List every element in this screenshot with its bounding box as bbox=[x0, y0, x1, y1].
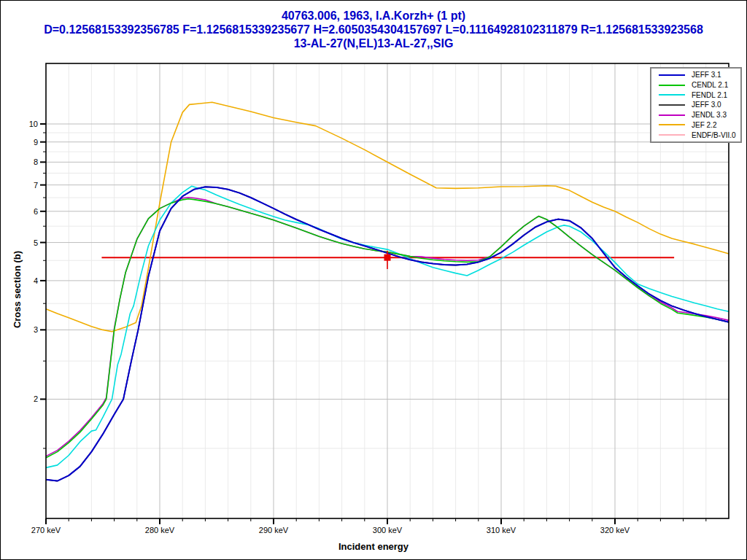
plot-window: 40763.006, 1963, I.A.Korzh+ (1 pt) D=0.1… bbox=[0, 0, 747, 560]
y-tick-labels: 2345678910 bbox=[29, 120, 38, 403]
y-tick-label: 5 bbox=[34, 238, 38, 247]
x-tick-label: 310 keV bbox=[487, 526, 516, 534]
x-tick-label: 280 keV bbox=[145, 526, 175, 534]
legend-label: JEF 2.2 bbox=[692, 121, 716, 129]
legend-item-jeff-3-1: JEFF 3.1 bbox=[651, 70, 740, 79]
y-tick-label: 2 bbox=[34, 394, 38, 403]
x-axis-title: Incident energy bbox=[1, 541, 746, 552]
legend-line-swatch bbox=[659, 94, 685, 96]
plot-canvas[interactable]: 270 keV280 keV290 keV300 keV310 keV320 k… bbox=[1, 1, 747, 560]
legend-label: FENDL 2.1 bbox=[692, 91, 727, 99]
y-tick-label: 7 bbox=[34, 181, 38, 190]
legend-item-fendl-2-1: FENDL 2.1 bbox=[651, 90, 740, 100]
legend: JEFF 3.1CENDL 2.1FENDL 2.1JEFF 3.0JENDL … bbox=[650, 67, 742, 143]
legend-label: ENDF/B-VII.0 bbox=[692, 131, 736, 139]
legend-item-jeff-3-0: JEFF 3.0 bbox=[651, 100, 740, 109]
x-tick-label: 270 keV bbox=[31, 526, 61, 534]
x-axis-ticks bbox=[46, 518, 706, 524]
y-axis-ticks bbox=[40, 124, 46, 448]
y-tick-label: 10 bbox=[29, 120, 38, 128]
legend-item-jendl-3-3: JENDL 3.3 bbox=[651, 110, 740, 120]
y-tick-label: 3 bbox=[34, 325, 38, 334]
legend-line-swatch bbox=[659, 134, 685, 136]
y-axis-title: Cross section (b) bbox=[12, 251, 23, 328]
legend-item-cendl-2-1: CENDL 2.1 bbox=[651, 80, 740, 90]
legend-line-swatch bbox=[659, 124, 685, 125]
x-tick-label: 320 keV bbox=[600, 526, 630, 534]
legend-item-endf-b-vii-0: ENDF/B-VII.0 bbox=[651, 131, 740, 140]
y-tick-label: 6 bbox=[34, 207, 38, 216]
legend-label: JEFF 3.0 bbox=[692, 101, 721, 109]
legend-line-swatch bbox=[659, 85, 685, 86]
grid-major bbox=[46, 63, 729, 518]
legend-line-swatch bbox=[659, 114, 685, 116]
legend-label: CENDL 2.1 bbox=[692, 81, 728, 89]
x-tick-labels: 270 keV280 keV290 keV300 keV310 keV320 k… bbox=[31, 526, 630, 534]
legend-label: JEFF 3.1 bbox=[692, 71, 721, 79]
legend-item-jef-2-2: JEF 2.2 bbox=[651, 120, 740, 130]
x-tick-label: 300 keV bbox=[373, 526, 403, 534]
y-tick-label: 8 bbox=[34, 158, 38, 166]
legend-label: JENDL 3.3 bbox=[692, 111, 727, 119]
y-tick-label: 4 bbox=[34, 276, 38, 285]
legend-line-swatch bbox=[659, 74, 685, 76]
y-tick-label: 9 bbox=[34, 138, 38, 147]
legend-line-swatch bbox=[659, 104, 685, 106]
x-tick-label: 290 keV bbox=[259, 526, 289, 534]
